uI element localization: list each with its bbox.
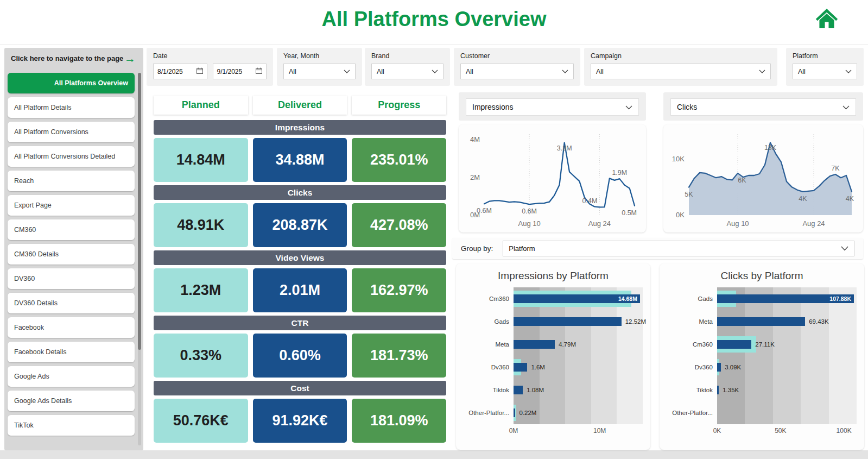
group-by-panel: Group by: Platform [452, 238, 863, 259]
kpi-cells-clicks: 48.91K208.87K427.08% [154, 203, 446, 247]
clicks-selector-panel: Clicks [663, 92, 863, 121]
delivered-bar-cm360[interactable] [717, 340, 751, 349]
bar-value-cm360: 27.11K [755, 341, 775, 348]
bar-row-meta[interactable]: 4.79M [514, 333, 643, 356]
filter-year-month-dropdown[interactable]: All [283, 64, 356, 79]
bar-row-dv360[interactable]: 1.6M [514, 356, 643, 379]
dashboard-page: All Platforms Overview Click here to nav… [0, 0, 868, 459]
arrow-right-icon[interactable]: → [124, 55, 136, 62]
x-tick-100k: 100K [837, 427, 852, 435]
bar-category-gads: Gads [464, 310, 514, 333]
bar-row-meta[interactable]: 69.43K [717, 310, 857, 333]
svg-text:0.6M: 0.6M [522, 208, 537, 215]
delivered-bar-dv360[interactable] [717, 363, 721, 372]
svg-text:13K: 13K [764, 144, 777, 152]
date-from-input[interactable]: 8/1/2025 [153, 64, 207, 79]
bar-category-meta: Meta [464, 333, 514, 356]
impressions-bars-x-axis: 0M10M [514, 424, 643, 436]
chevron-down-icon [845, 68, 852, 76]
filter-customer-dropdown[interactable]: All [460, 64, 574, 79]
sidebar-item-cm360[interactable]: CM360 [8, 219, 135, 240]
delivered-bar-dv360[interactable] [514, 363, 527, 372]
home-button[interactable] [814, 7, 840, 33]
sidebar-item-all-platforms-overview[interactable]: All Platforms Overview [8, 73, 135, 93]
date-to-input[interactable]: 9/1/2025 [213, 64, 267, 79]
svg-text:10K: 10K [672, 155, 685, 163]
bar-category-tiktok: Tiktok [464, 379, 514, 401]
kpi-matrix: Impressions14.84M34.88M235.01%Clicks48.9… [154, 120, 446, 446]
filter-customer-value: All [466, 68, 473, 76]
bar-row-tiktok[interactable]: 1.35K [717, 379, 857, 401]
impressions-metric-dropdown[interactable]: Impressions [466, 98, 639, 116]
sidebar-item-facebook-details[interactable]: Facebook Details [8, 342, 135, 362]
sidebar-item-facebook[interactable]: Facebook [8, 317, 135, 338]
sidebar-item-export-page[interactable]: Export Page [8, 195, 135, 216]
filter-platform: PlatformAll [786, 48, 864, 86]
sidebar-item-dv360[interactable]: DV360 [8, 268, 135, 289]
sidebar-item-all-platform-details[interactable]: All Platform Details [8, 97, 135, 118]
svg-text:0.6M: 0.6M [477, 207, 492, 215]
delivered-bar-tiktok[interactable] [717, 386, 719, 394]
header: All Platforms Overview [0, 0, 868, 45]
bar-row-gads[interactable]: 12.52M [514, 310, 643, 333]
filter-campaign-value: All [596, 68, 604, 76]
sidebar-item-google-ads[interactable]: Google Ads [8, 366, 135, 387]
sidebar-item-all-platform-conversions-detailed[interactable]: All Platform Conversions Detailed [8, 146, 135, 167]
clicks-by-platform-chart: GadsMetaCm360Dv360TiktokOther-Platfor...… [667, 287, 857, 436]
bar-row-dv360[interactable]: 3.09K [717, 356, 857, 379]
kpi-band-clicks: Clicks [154, 185, 446, 200]
bar-row-cm360[interactable]: 14.68M [514, 287, 643, 310]
filter-campaign-dropdown[interactable]: All [591, 64, 771, 79]
kpi-band-cost: Cost [154, 381, 446, 395]
kpi-cost-delivered: 91.92K€ [253, 399, 347, 443]
sidebar-item-all-platform-conversions[interactable]: All Platform Conversions [8, 122, 135, 142]
svg-text:0.4M: 0.4M [582, 197, 598, 205]
filter-customer: CustomerAll [454, 48, 580, 86]
bar-category-dv360: Dv360 [464, 356, 514, 379]
bar-row-cm360[interactable]: 27.11K [717, 333, 857, 356]
bar-row-gads[interactable]: 107.88K [717, 287, 857, 310]
sidebar-item-tiktok[interactable]: TikTok [8, 415, 135, 436]
chevron-down-icon [842, 103, 850, 111]
clicks-bars-x-axis: 0K50K100K [717, 424, 857, 436]
svg-text:5K: 5K [685, 191, 693, 198]
nav-hint: Click here to navigate to the page → [11, 54, 136, 62]
delivered-bar-meta[interactable] [514, 340, 555, 349]
kpi-band-ctr: CTR [154, 316, 446, 330]
svg-text:Aug 24: Aug 24 [588, 219, 611, 228]
sidebar-item-cm360-details[interactable]: CM360 Details [8, 244, 135, 265]
filter-brand-dropdown[interactable]: All [371, 64, 443, 79]
bar-value-dv360: 3.09K [725, 364, 741, 370]
delivered-bar-other-platfor[interactable] [514, 408, 515, 417]
kpi-clicks-delivered: 208.87K [253, 203, 347, 247]
kpi-cost-progress: 181.09% [352, 399, 446, 443]
date-range: 8/1/20259/1/2025 [153, 64, 267, 79]
delivered-bar-tiktok[interactable] [514, 386, 523, 394]
impressions-by-platform-chart: Cm360GadsMetaDv360TiktokOther-Platfor...… [464, 287, 643, 436]
sidebar-scrollbar-thumb[interactable] [138, 73, 141, 350]
calendar-icon [256, 67, 262, 76]
bar-value-dv360: 1.6M [531, 364, 545, 370]
sidebar-item-dv360-details[interactable]: DV360 Details [8, 293, 135, 313]
bar-row-tiktok[interactable]: 1.08M [514, 379, 643, 401]
kpi-ctr-progress: 181.73% [352, 334, 446, 378]
group-by-dropdown[interactable]: Platform [503, 241, 854, 256]
kpi-column-planned: Planned [154, 96, 248, 115]
delivered-bar-gads[interactable] [514, 317, 622, 326]
sidebar-item-google-ads-details[interactable]: Google Ads Details [8, 391, 135, 411]
sidebar-item-reach[interactable]: Reach [8, 171, 135, 191]
clicks-metric-dropdown[interactable]: Clicks [670, 98, 856, 116]
bar-row-other-platfor[interactable]: 0.22M [514, 401, 643, 424]
bar-row-other-platfor[interactable] [717, 401, 857, 424]
chevron-down-icon [432, 68, 438, 76]
filter-platform-dropdown[interactable]: All [793, 64, 857, 79]
kpi-column-delivered: Delivered [253, 96, 347, 115]
date-from-value: 8/1/2025 [157, 68, 183, 76]
bar-value-tiktok: 1.35K [723, 387, 739, 393]
chevron-down-icon [759, 68, 765, 76]
filter-label-campaign: Campaign [591, 52, 771, 60]
delivered-bar-meta[interactable] [717, 317, 805, 326]
sidebar-scrollbar-track[interactable] [138, 73, 141, 445]
kpi-impressions-planned: 14.84M [154, 138, 248, 182]
group-by-label: Group by: [461, 244, 493, 253]
